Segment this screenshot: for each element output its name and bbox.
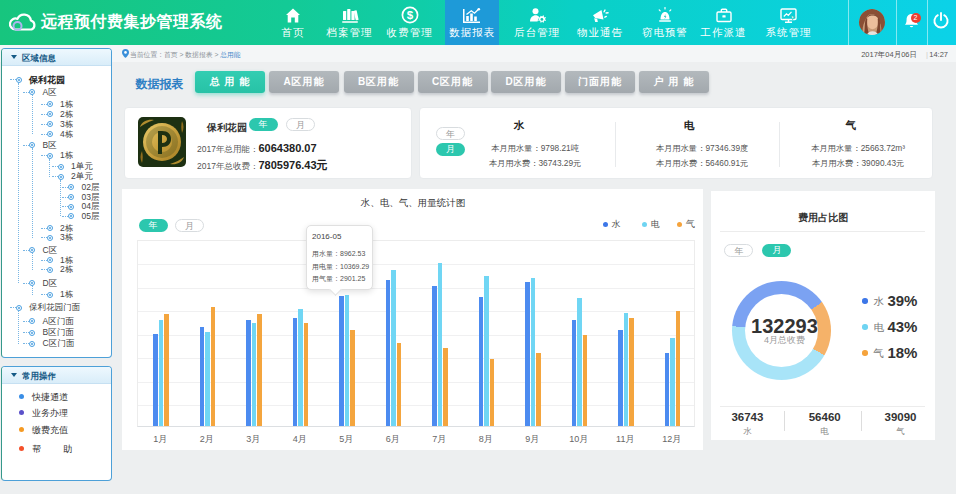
svg-text:$: $: [406, 9, 413, 21]
